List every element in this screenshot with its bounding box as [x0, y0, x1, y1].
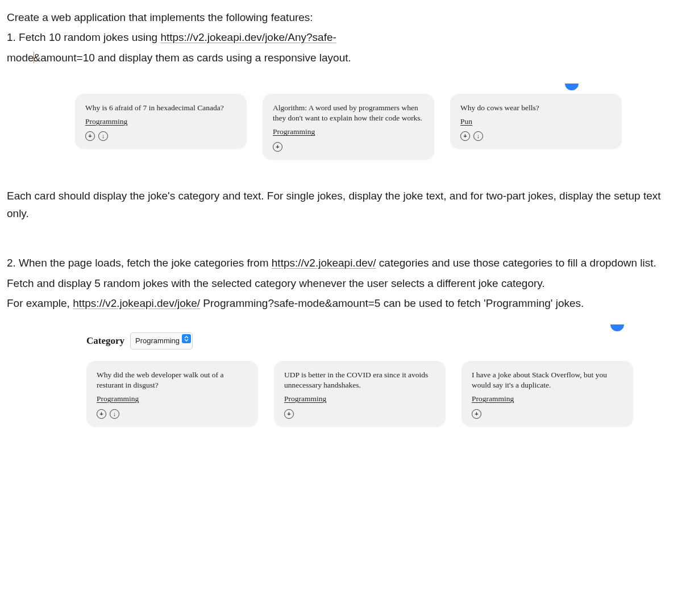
section2-line1: 2. When the page loads, fetch the joke c…: [7, 254, 675, 272]
joke-category[interactable]: Programming: [284, 394, 326, 404]
joke-text: Why do cows wear bells?: [460, 103, 612, 113]
section2-line2: Fetch and display 5 random jokes with th…: [7, 274, 675, 292]
section2-p3-post: Programming?safe-mode&amount=5 can be us…: [200, 297, 584, 309]
joke-text: Why did the web developer walk out of a …: [97, 370, 248, 390]
section2-p1-pre: 2. When the page loads, fetch the joke c…: [7, 257, 272, 269]
intro-line3-post: &amount=10 and display them as cards usi…: [34, 52, 351, 64]
intro-line3-pre: mode: [7, 52, 34, 64]
mid-paragraph-1: Each card should display the joke's cate…: [7, 187, 675, 223]
joke-text: Algorithm: A word used by programmers wh…: [273, 103, 424, 123]
avatar-bubble-icon: [610, 324, 624, 331]
text-cursor: [34, 52, 34, 63]
api-jokes-link[interactable]: https://v2.jokeapi.dev/joke/Any?safe-: [160, 31, 336, 43]
intro-line-1: Create a web application that implements…: [7, 9, 675, 26]
plus-icon[interactable]: +: [273, 142, 282, 152]
joke-category[interactable]: Pun: [460, 116, 472, 127]
joke-card: Why did the web developer walk out of a …: [86, 361, 258, 427]
section2-line3: For example, https://v2.jokeapi.dev/joke…: [7, 294, 675, 312]
plus-icon[interactable]: +: [472, 409, 481, 419]
arrow-down-icon[interactable]: ↓: [473, 131, 483, 141]
plus-icon[interactable]: +: [85, 131, 95, 141]
avatar-bubble-icon: [565, 84, 579, 90]
intro-line-2-text: 1. Fetch 10 random jokes using: [7, 31, 160, 43]
select-chevrons-icon: [182, 334, 191, 343]
cards-row-1: Why is 6 afraid of 7 in hexadecimal Cana…: [75, 94, 675, 160]
joke-category[interactable]: Programming: [273, 127, 315, 137]
arrow-down-icon[interactable]: ↓: [110, 409, 119, 419]
plus-icon[interactable]: +: [284, 409, 294, 419]
cards-row-2: Why did the web developer walk out of a …: [86, 361, 675, 427]
section2-p3-pre: For example,: [7, 297, 73, 309]
joke-card: Why do cows wear bells? Pun + ↓: [450, 94, 622, 149]
joke-card: Why is 6 afraid of 7 in hexadecimal Cana…: [75, 94, 247, 149]
plus-icon[interactable]: +: [97, 409, 106, 419]
intro-line-3: mode&amount=10 and display them as cards…: [7, 49, 675, 66]
joke-card: UDP is better in the COVID era since it …: [274, 361, 446, 427]
joke-category[interactable]: Programming: [97, 394, 139, 404]
joke-text: UDP is better in the COVID era since it …: [284, 370, 435, 390]
category-label: Category: [86, 333, 124, 349]
joke-text: I have a joke about Stack Overflow, but …: [472, 370, 623, 390]
section2-p1-post: categories and use those categories to f…: [376, 257, 656, 269]
arrow-down-icon[interactable]: ↓: [98, 131, 108, 141]
category-bar: Category Programming: [86, 332, 675, 349]
category-selected-value: Programming: [135, 336, 180, 345]
joke-card: Algorithm: A word used by programmers wh…: [263, 94, 434, 160]
api-joke-category-link[interactable]: https://v2.jokeapi.dev/joke/: [73, 297, 200, 309]
joke-text: Why is 6 afraid of 7 in hexadecimal Cana…: [85, 103, 236, 113]
category-select[interactable]: Programming: [130, 332, 193, 349]
joke-card: I have a joke about Stack Overflow, but …: [461, 361, 633, 427]
intro-line-2: 1. Fetch 10 random jokes using https://v…: [7, 28, 675, 46]
joke-category[interactable]: Programming: [472, 394, 514, 404]
plus-icon[interactable]: +: [460, 131, 470, 141]
api-categories-link[interactable]: https://v2.jokeapi.dev/: [272, 257, 376, 269]
joke-category[interactable]: Programming: [85, 116, 127, 127]
